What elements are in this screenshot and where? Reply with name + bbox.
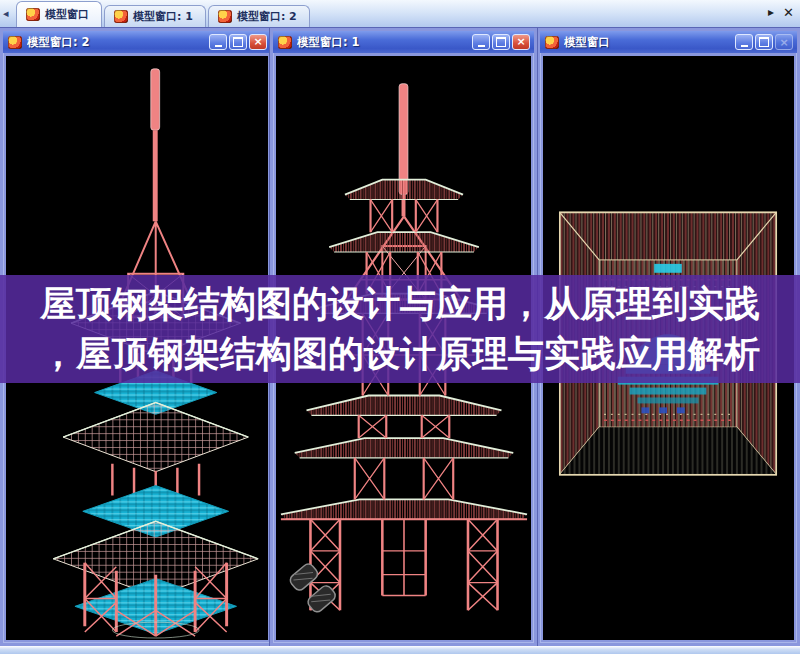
model-window-icon [114,10,128,23]
workspace-bottom-edge [0,646,800,654]
tab-model-window-2[interactable]: 模型窗口: 2 [208,5,310,27]
maximize-button[interactable] [492,34,510,50]
tab-label: 模型窗口: 1 [133,9,193,24]
promo-banner-overlay: 屋顶钢架结构图的设计与应用，从原理到实践 ，屋顶钢架结构图的设计原理与实践应用解… [0,275,800,383]
close-icon: × [516,37,525,47]
titlebar[interactable]: 模型窗口: 1 × [273,31,534,53]
minimize-icon [741,38,748,47]
window-title: 模型窗口: 1 [297,35,467,50]
window-title: 模型窗口: 2 [27,35,204,50]
titlebar[interactable]: 模型窗口: 2 × [3,31,271,53]
close-button[interactable]: × [249,34,267,50]
close-icon: × [253,37,262,47]
tab-scroll-left-icon[interactable]: ◂ [3,7,9,20]
tab-model-window-1[interactable]: 模型窗口: 1 [104,5,206,27]
close-button-disabled: × [775,34,793,50]
minimize-button[interactable] [472,34,490,50]
model-window-icon [278,36,292,49]
tab-label: 模型窗口 [45,7,89,22]
pagoda-mast [151,69,160,221]
tab-strip: 模型窗口 模型窗口: 1 模型窗口: 2 [16,0,312,27]
maximize-button[interactable] [229,34,247,50]
minimize-icon [478,38,485,47]
banner-line-2: ，屋顶钢架结构图的设计原理与实践应用解析 [0,329,800,379]
model-window-icon [218,10,232,23]
tab-close-icon[interactable]: ✕ [783,5,794,20]
model-window-icon [8,36,22,49]
maximize-icon [233,37,243,47]
tab-scroll-right-icon[interactable]: ▸ [768,6,774,19]
model-window-icon [545,36,559,49]
minimize-icon [215,38,222,47]
minimize-button[interactable] [209,34,227,50]
window-tab-bar: ◂ 模型窗口 模型窗口: 1 模型窗口: 2 ▸ ✕ [0,0,800,28]
close-icon: × [779,36,788,49]
model-window-icon [26,8,40,21]
tab-model-window[interactable]: 模型窗口 [16,1,102,27]
maximize-button[interactable] [755,34,773,50]
window-title: 模型窗口 [564,35,730,50]
maximize-icon [759,37,769,47]
titlebar[interactable]: 模型窗口 × [540,31,797,53]
minimize-button[interactable] [735,34,753,50]
application-window: ◂ 模型窗口 模型窗口: 1 模型窗口: 2 ▸ ✕ 模型窗口: 2 [0,0,800,654]
ucs-hexagons-icon [288,562,338,614]
banner-line-1: 屋顶钢架结构图的设计与应用，从原理到实践 [0,279,800,329]
tab-label: 模型窗口: 2 [237,9,297,24]
close-button[interactable]: × [512,34,530,50]
maximize-icon [496,37,506,47]
